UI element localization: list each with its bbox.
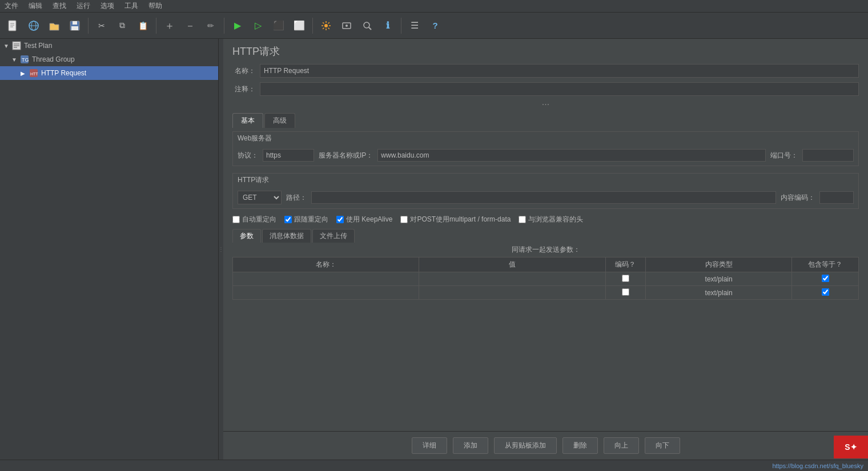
row2-include-equals[interactable] [792, 286, 859, 300]
svg-rect-8 [73, 21, 77, 25]
http-request-section-title: HTTP请求 [233, 174, 858, 187]
config-button[interactable] [316, 16, 336, 35]
remove-toolbar-button[interactable]: － [180, 16, 200, 35]
toolbar-sep-2 [156, 18, 156, 34]
httpreq-label: HTTP Request [41, 69, 86, 77]
menu-search[interactable]: 查找 [50, 1, 69, 11]
edit-toolbar-button[interactable]: ✏ [201, 16, 220, 35]
svg-rect-9 [71, 26, 78, 30]
paste-button[interactable]: 📋 [133, 16, 152, 35]
menu-options[interactable]: 选项 [98, 1, 116, 11]
menu-edit[interactable]: 编辑 [26, 1, 45, 11]
row1-value[interactable] [419, 272, 605, 286]
remote-button[interactable] [337, 16, 356, 35]
checkbox-multipart[interactable]: 对POST使用multipart / form-data [400, 215, 511, 224]
panel-title: HTTP请求 [223, 39, 868, 62]
server-input[interactable] [377, 149, 766, 162]
row1-include-equals[interactable] [792, 272, 859, 286]
add-from-clipboard-button[interactable]: 从剪贴板添加 [494, 437, 557, 454]
search-toolbar-button[interactable] [357, 16, 377, 35]
method-select[interactable]: GET POST PUT DELETE [238, 191, 282, 204]
col-value: 值 [419, 257, 605, 272]
row2-name[interactable] [233, 286, 419, 300]
follow-redirect-checkbox[interactable] [284, 216, 292, 223]
copy-button[interactable]: ⧉ [112, 16, 132, 35]
browser-header-checkbox[interactable] [519, 216, 526, 223]
svg-point-13 [364, 22, 369, 28]
tab-advanced[interactable]: 高级 [264, 113, 295, 128]
move-down-button[interactable]: 向下 [645, 437, 680, 454]
tree-item-threadgroup[interactable]: ▼ TG Thread Group [0, 53, 218, 66]
arrow-threadgroup: ▼ [11, 57, 19, 63]
auto-redirect-checkbox[interactable] [232, 216, 240, 223]
new-button[interactable] [3, 16, 23, 35]
helpbtn-button[interactable]: ? [425, 16, 445, 35]
row2-equals-checkbox[interactable] [822, 288, 829, 296]
tree-item-testplan[interactable]: ▼ Test Plan [0, 39, 218, 53]
divider-dots: ··· [223, 98, 868, 111]
add-toolbar-button[interactable]: ＋ [160, 16, 179, 35]
move-up-button[interactable]: 向上 [604, 437, 639, 454]
checkbox-follow-redirect[interactable]: 跟随重定向 [284, 215, 328, 224]
multipart-checkbox[interactable] [400, 216, 408, 223]
row2-value[interactable] [419, 286, 605, 300]
col-content-type: 内容类型 [645, 257, 792, 272]
row2-encoded-checkbox[interactable] [622, 288, 629, 296]
open-button[interactable] [45, 16, 64, 35]
path-input[interactable] [311, 191, 776, 204]
cut-button[interactable]: ✂ [92, 16, 111, 35]
menu-file[interactable]: 文件 [2, 1, 21, 11]
checkbox-keepalive[interactable]: 使用 KeepAlive [336, 215, 392, 224]
web-server-title: Web服务器 [233, 132, 858, 145]
toolbar: ✂ ⧉ 📋 ＋ － ✏ ▶ ▷ ⬛ ⬜ ℹ ☰ ? [0, 13, 868, 39]
row1-name[interactable] [233, 272, 419, 286]
svg-text:HTTP: HTTP [30, 72, 38, 76]
list-button[interactable]: ☰ [405, 16, 424, 35]
start-button[interactable]: ▶ [228, 16, 247, 35]
menu-tools[interactable]: 工具 [122, 1, 140, 11]
row1-equals-checkbox[interactable] [822, 275, 829, 282]
multipart-label: 对POST使用multipart / form-data [410, 215, 511, 224]
tab-basic[interactable]: 基本 [232, 113, 263, 128]
start-nopause-button[interactable]: ▷ [248, 16, 268, 35]
save-button[interactable] [65, 16, 85, 35]
testplan-label: Test Plan [24, 42, 52, 50]
stop-button[interactable]: ⬛ [269, 16, 288, 35]
comment-row: 注释： [223, 80, 868, 98]
svg-point-12 [345, 25, 348, 27]
info-button[interactable]: ℹ [378, 16, 397, 35]
menu-help[interactable]: 帮助 [146, 1, 164, 11]
row2-encoded[interactable] [605, 286, 645, 300]
name-input[interactable] [260, 64, 859, 78]
arrow-testplan: ▼ [3, 43, 11, 49]
row1-encoded-checkbox[interactable] [622, 275, 629, 282]
content-encoding-label: 内容编码： [781, 193, 815, 203]
detail-button[interactable]: 详细 [412, 437, 447, 454]
panel-drag-handle[interactable]: ⋮ [219, 39, 223, 460]
protocol-input[interactable] [263, 149, 314, 162]
shutdown-button[interactable]: ⬜ [290, 16, 309, 35]
open-remote-button[interactable] [24, 16, 43, 35]
menu-run[interactable]: 运行 [74, 1, 93, 11]
comment-label: 注释： [232, 84, 255, 94]
port-input[interactable] [802, 149, 854, 162]
keepalive-checkbox[interactable] [336, 216, 344, 223]
sub-tab-fileupload[interactable]: 文件上传 [312, 229, 355, 243]
row1-encoded[interactable] [605, 272, 645, 286]
svg-text:TG: TG [22, 57, 29, 63]
sub-tab-params[interactable]: 参数 [232, 229, 261, 243]
checkbox-auto-redirect[interactable]: 自动重定向 [232, 215, 276, 224]
method-path-row: GET POST PUT DELETE 路径： 内容编码： [238, 189, 854, 206]
delete-param-button[interactable]: 删除 [562, 437, 598, 454]
toolbar-sep-1 [88, 18, 89, 34]
add-param-button[interactable]: 添加 [453, 437, 488, 454]
sub-tab-body[interactable]: 消息体数据 [262, 229, 311, 243]
content-encoding-input[interactable] [819, 191, 854, 204]
status-link[interactable]: https://blog.csdn.net/sfq_bluesky [772, 462, 863, 469]
checkbox-row: 自动重定向 跟随重定向 使用 KeepAlive 对POST使用multipar… [223, 212, 868, 227]
right-panel: HTTP请求 名称： 注释： ··· 基本 高级 Web服务器 协议： 服务器名 [223, 39, 868, 460]
checkbox-browser-header[interactable]: 与浏览器兼容的头 [519, 215, 583, 224]
tree-item-http-request[interactable]: ▶ HTTP HTTP Request [0, 66, 218, 80]
row2-content-type: text/plain [645, 286, 792, 300]
comment-input[interactable] [260, 82, 859, 96]
